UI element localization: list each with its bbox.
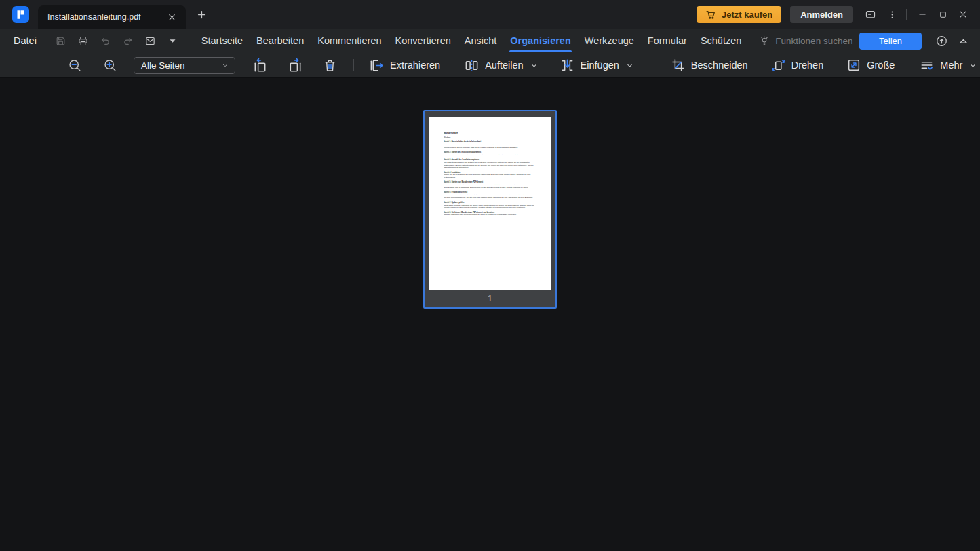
tab-kommentieren[interactable]: Kommentieren [311, 28, 388, 53]
titlebar-right: Jetzt kaufen Anmelden [697, 0, 980, 28]
rotate-label: Drehen [791, 60, 824, 71]
document-subtitle: Windows [444, 136, 536, 138]
tab-schuetzen[interactable]: Schützen [694, 28, 748, 53]
delete-pages-icon[interactable] [320, 56, 339, 75]
doc-section-body: Nach erfolgreicher Installation können S… [444, 183, 536, 189]
insert-label: Einfügen [581, 60, 619, 71]
crop-label: Beschneiden [691, 60, 748, 71]
redo-icon[interactable] [118, 32, 138, 50]
more-icon [919, 58, 935, 73]
ribbon-tabs: Startseite Bearbeiten Kommentieren Konve… [195, 28, 748, 53]
window-close-icon[interactable] [953, 5, 973, 24]
save-icon[interactable] [51, 32, 71, 50]
menubar-right: Teilen [859, 32, 980, 50]
doc-section-heading: Schritt 1: Herunterladen der Installatio… [444, 141, 536, 143]
file-menu[interactable]: Datei [9, 33, 41, 49]
size-icon [846, 58, 861, 73]
doc-section-body: Wenn Sie PDFelement zum ersten Mal start… [444, 193, 536, 199]
more-label: Mehr [940, 60, 962, 71]
chevron-down-icon [626, 62, 633, 69]
document-title: Wondershare [444, 132, 536, 134]
lightbulb-icon [759, 35, 770, 46]
doc-section-heading: Schritt 7: Updates prüfen [444, 201, 536, 203]
titlebar-left: Installationsanleitung.pdf [0, 0, 210, 28]
tab-formular[interactable]: Formular [641, 28, 694, 53]
split-icon [464, 58, 479, 73]
login-button[interactable]: Anmelden [790, 6, 853, 23]
window-minimize-icon[interactable] [912, 5, 933, 24]
collapse-toolbar-icon[interactable] [954, 32, 972, 50]
tab-konvertieren[interactable]: Konvertieren [389, 28, 458, 53]
zoom-in-icon[interactable] [100, 56, 119, 75]
toolbar-dropdown-icon[interactable] [163, 32, 182, 50]
document-tab-title: Installationsanleitung.pdf [47, 12, 164, 22]
document-content: Wondershare Windows Schritt 1: Herunterl… [444, 132, 536, 216]
rotate-icon [770, 58, 786, 73]
chevron-down-icon [969, 62, 977, 69]
page-thumbnail-1[interactable]: Wondershare Windows Schritt 1: Herunterl… [423, 110, 557, 309]
new-tab-icon[interactable] [193, 5, 210, 23]
chevron-down-icon [221, 61, 229, 69]
share-label: Teilen [879, 36, 902, 46]
doc-section-body: Das Installationsprogramm wird gestartet… [444, 161, 536, 168]
insert-button[interactable]: Einfügen [557, 56, 636, 75]
menubar: Datei [0, 28, 980, 53]
rotate-page-left-icon[interactable] [250, 56, 269, 75]
doc-section-heading: Schritt 6: Produktaktivierung [444, 191, 536, 193]
rotate-button[interactable]: Drehen [768, 56, 827, 75]
doc-section-heading: Schritt 3: Auswahl der Installationsopti… [444, 158, 536, 160]
print-icon[interactable] [73, 32, 93, 50]
split-button[interactable]: Aufteilen [461, 56, 540, 75]
toolbar-separator [353, 59, 354, 71]
window-maximize-icon[interactable] [933, 5, 953, 24]
page-organizer-canvas[interactable]: Wondershare Windows Schritt 1: Herunterl… [0, 78, 980, 551]
doc-section-heading: Schritt 4: Installation [444, 171, 536, 173]
page-number-label: 1 [425, 293, 555, 303]
buy-now-button[interactable]: Jetzt kaufen [697, 6, 781, 23]
rotate-page-right-icon[interactable] [286, 56, 305, 75]
titlebar: Installationsanleitung.pdf Jetzt kau [0, 0, 980, 28]
doc-section-heading: Schritt 5: Starten von Wondershare PDFel… [444, 181, 536, 183]
buy-now-label: Jetzt kaufen [722, 10, 772, 20]
share-button[interactable]: Teilen [859, 33, 922, 50]
page-range-select[interactable]: Alle Seiten [134, 57, 235, 74]
login-label: Anmelden [800, 10, 843, 20]
tab-startseite[interactable]: Startseite [195, 28, 250, 53]
doc-section-heading: Schritt 8: Sie können Wondershare PDFele… [444, 211, 536, 213]
size-button[interactable]: Größe [844, 56, 897, 75]
tab-ansicht[interactable]: Ansicht [458, 28, 504, 53]
doc-section-body: Nach der Installation und Aktivierung kö… [444, 214, 536, 216]
doc-section-body: Warten Sie, bis die Software auf Ihrem C… [444, 174, 536, 179]
split-label: Aufteilen [485, 60, 523, 71]
size-label: Größe [867, 60, 895, 71]
feature-search-placeholder: Funktionen suchen [775, 36, 852, 46]
extract-icon [369, 58, 385, 73]
feature-search[interactable]: Funktionen suchen [759, 35, 852, 46]
tab-werkzeuge[interactable]: Werkzeuge [578, 28, 641, 53]
doc-section-body: Es ist ratsam, nach der Installation die… [444, 204, 536, 209]
extract-button[interactable]: Extrahieren [366, 56, 443, 75]
toolbar-separator [654, 59, 654, 71]
more-options-icon[interactable] [883, 5, 901, 23]
page-range-value: Alle Seiten [141, 60, 221, 71]
cloud-upload-icon[interactable] [933, 32, 950, 50]
crop-button[interactable]: Beschneiden [668, 56, 751, 75]
tab-organisieren[interactable]: Organisieren [503, 28, 577, 53]
menubar-separator [45, 35, 45, 46]
email-icon[interactable] [140, 32, 160, 50]
document-tab[interactable]: Installationsanleitung.pdf [38, 5, 186, 28]
tab-close-icon[interactable] [164, 10, 179, 24]
tab-bearbeiten[interactable]: Bearbeiten [250, 28, 311, 53]
doc-section-body: Besuchen Sie die offizielle Website von … [444, 143, 536, 149]
insert-icon [560, 58, 575, 73]
organize-toolbar: Alle Seiten [0, 53, 980, 78]
undo-icon[interactable] [96, 32, 115, 50]
app-logo-icon [12, 6, 29, 23]
zoom-out-icon[interactable] [65, 56, 84, 75]
cart-icon [705, 9, 717, 20]
doc-section-body: Doppelklicken Sie auf die heruntergelade… [444, 153, 536, 156]
more-button[interactable]: Mehr [916, 56, 979, 75]
feedback-icon[interactable] [861, 5, 879, 23]
extract-label: Extrahieren [390, 60, 440, 71]
doc-section-heading: Schritt 2: Starten des Installationsprog… [444, 151, 536, 153]
